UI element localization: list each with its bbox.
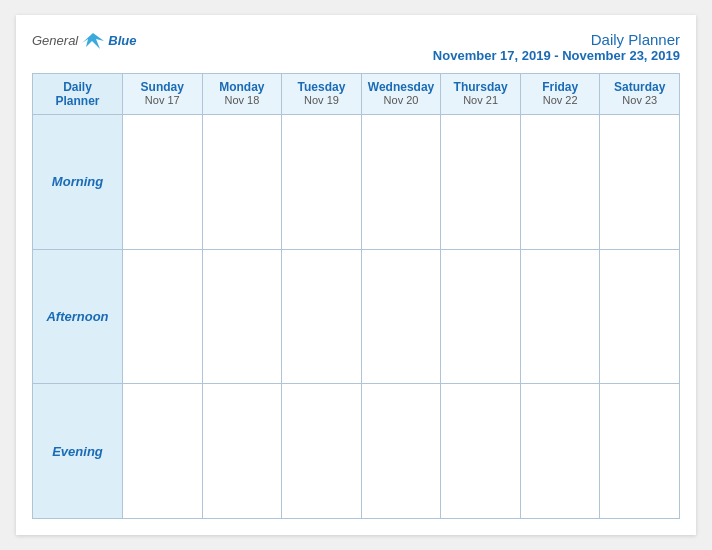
cell-afternoon-thu[interactable] xyxy=(441,250,521,384)
header-day-mon: Monday xyxy=(205,80,280,94)
cell-morning-thu[interactable] xyxy=(441,115,521,249)
header-date-tue: Nov 19 xyxy=(284,94,359,106)
header-day-fri: Friday xyxy=(523,80,598,94)
logo: General Blue xyxy=(32,31,136,49)
header: General Blue Daily Planner November 17, … xyxy=(32,31,680,63)
header-day-tue: Tuesday xyxy=(284,80,359,94)
cell-morning-sun[interactable] xyxy=(123,115,203,249)
header-day-label: Daily xyxy=(35,80,120,94)
header-cell-sat: Saturday Nov 23 xyxy=(600,74,679,114)
header-day-sun: Sunday xyxy=(125,80,200,94)
calendar: Daily Planner Sunday Nov 17 Monday Nov 1… xyxy=(32,73,680,519)
cell-morning-tue[interactable] xyxy=(282,115,362,249)
header-cell-fri: Friday Nov 22 xyxy=(521,74,601,114)
header-cell-label: Daily Planner xyxy=(33,74,123,114)
cell-evening-tue[interactable] xyxy=(282,384,362,518)
svg-marker-0 xyxy=(82,33,104,49)
header-cell-mon: Monday Nov 18 xyxy=(203,74,283,114)
row-evening: Evening xyxy=(33,384,679,518)
header-cell-wed: Wednesday Nov 20 xyxy=(362,74,442,114)
header-cell-tue: Tuesday Nov 19 xyxy=(282,74,362,114)
header-date-thu: Nov 21 xyxy=(443,94,518,106)
logo-blue: Blue xyxy=(108,33,136,48)
cell-afternoon-tue[interactable] xyxy=(282,250,362,384)
cell-evening-fri[interactable] xyxy=(521,384,601,518)
cell-afternoon-sun[interactable] xyxy=(123,250,203,384)
header-dates: November 17, 2019 - November 23, 2019 xyxy=(433,48,680,63)
cell-morning-sat[interactable] xyxy=(600,115,679,249)
row-afternoon: Afternoon xyxy=(33,250,679,385)
cell-morning-fri[interactable] xyxy=(521,115,601,249)
header-day-sat: Saturday xyxy=(602,80,677,94)
row-label-morning: Morning xyxy=(33,115,123,249)
logo-bird-icon xyxy=(82,31,104,49)
header-right: Daily Planner November 17, 2019 - Novemb… xyxy=(433,31,680,63)
header-date-sun: Nov 17 xyxy=(125,94,200,106)
calendar-body: Morning Afternoon xyxy=(33,115,679,518)
cell-evening-thu[interactable] xyxy=(441,384,521,518)
header-cell-thu: Thursday Nov 21 xyxy=(441,74,521,114)
cell-afternoon-sat[interactable] xyxy=(600,250,679,384)
header-cell-sun: Sunday Nov 17 xyxy=(123,74,203,114)
header-day-thu: Thursday xyxy=(443,80,518,94)
cell-evening-wed[interactable] xyxy=(362,384,442,518)
header-day-label2: Planner xyxy=(35,94,120,108)
header-date-mon: Nov 18 xyxy=(205,94,280,106)
row-label-evening: Evening xyxy=(33,384,123,518)
cell-evening-mon[interactable] xyxy=(203,384,283,518)
header-date-wed: Nov 20 xyxy=(364,94,439,106)
logo-general: General xyxy=(32,33,78,48)
calendar-header-row: Daily Planner Sunday Nov 17 Monday Nov 1… xyxy=(33,74,679,115)
cell-evening-sun[interactable] xyxy=(123,384,203,518)
row-label-afternoon: Afternoon xyxy=(33,250,123,384)
cell-morning-wed[interactable] xyxy=(362,115,442,249)
planner-page: General Blue Daily Planner November 17, … xyxy=(16,15,696,535)
cell-afternoon-mon[interactable] xyxy=(203,250,283,384)
row-morning: Morning xyxy=(33,115,679,250)
cell-afternoon-wed[interactable] xyxy=(362,250,442,384)
cell-morning-mon[interactable] xyxy=(203,115,283,249)
cell-evening-sat[interactable] xyxy=(600,384,679,518)
header-date-fri: Nov 22 xyxy=(523,94,598,106)
cell-afternoon-fri[interactable] xyxy=(521,250,601,384)
header-date-sat: Nov 23 xyxy=(602,94,677,106)
header-title: Daily Planner xyxy=(433,31,680,48)
header-day-wed: Wednesday xyxy=(364,80,439,94)
